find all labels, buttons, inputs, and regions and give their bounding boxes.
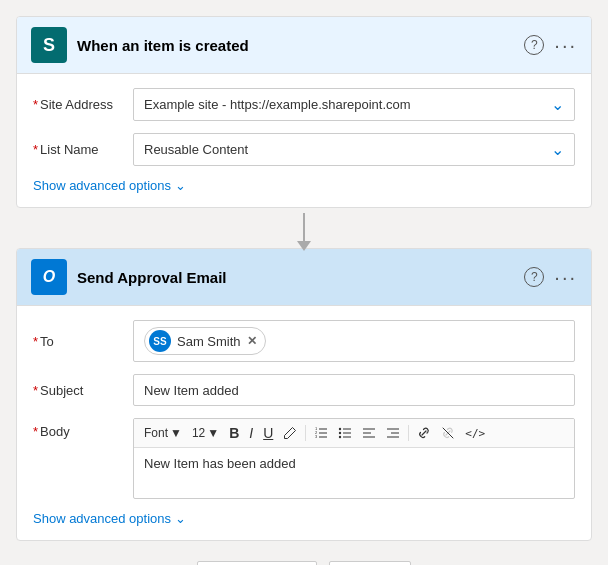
list-name-input[interactable]: Reusable Content ⌄ (133, 133, 575, 166)
font-size-chevron-icon: ▼ (207, 426, 219, 440)
trigger-card-body: *Site Address Example site - https://exa… (17, 74, 591, 207)
action-card-header: O Send Approval Email ? ··· (17, 249, 591, 306)
align-right-icon (386, 426, 400, 440)
trigger-show-advanced-button[interactable]: Show advanced options ⌄ (33, 178, 186, 193)
ordered-list-button[interactable]: 1 2 3 (310, 424, 332, 442)
align-left-button[interactable] (358, 424, 380, 442)
font-dropdown[interactable]: Font ▼ (140, 424, 186, 442)
remove-tag-button[interactable]: ✕ (247, 334, 257, 348)
subject-label: *Subject (33, 383, 123, 398)
editor-toolbar: Font ▼ 12 ▼ B I U (134, 419, 574, 448)
show-advanced-chevron-icon: ⌄ (175, 178, 186, 193)
to-input[interactable]: SS Sam Smith ✕ (133, 320, 575, 362)
sam-smith-avatar: SS (149, 330, 171, 352)
underline-button[interactable]: U (259, 423, 277, 443)
code-button[interactable]: </> (461, 425, 489, 442)
site-address-input[interactable]: Example site - https://example.sharepoin… (133, 88, 575, 121)
link-button[interactable] (413, 424, 435, 442)
to-tag: SS Sam Smith ✕ (144, 327, 266, 355)
sam-smith-name: Sam Smith (177, 334, 241, 349)
sharepoint-icon: S (31, 27, 67, 63)
unlink-button[interactable] (437, 424, 459, 442)
toolbar-divider-2 (408, 425, 409, 441)
bottom-actions: + New step Save (197, 561, 411, 565)
site-address-chevron: ⌄ (551, 95, 564, 114)
link-icon (417, 426, 431, 440)
trigger-card: S When an item is created ? ··· *Site Ad… (16, 16, 592, 208)
save-button[interactable]: Save (329, 561, 411, 565)
site-address-label: *Site Address (33, 97, 123, 112)
body-row: *Body Font ▼ 12 ▼ B I U (33, 418, 575, 499)
svg-point-8 (339, 436, 341, 438)
font-chevron-icon: ▼ (170, 426, 182, 440)
align-right-button[interactable] (382, 424, 404, 442)
list-name-row: *List Name Reusable Content ⌄ (33, 133, 575, 166)
svg-point-6 (339, 428, 341, 430)
action-show-advanced-button[interactable]: Show advanced options ⌄ (33, 511, 186, 526)
trigger-help-icon[interactable]: ? (524, 35, 544, 55)
svg-point-7 (339, 432, 341, 434)
subject-row: *Subject New Item added (33, 374, 575, 406)
new-step-button[interactable]: + New step (197, 561, 317, 565)
subject-input[interactable]: New Item added (133, 374, 575, 406)
italic-button[interactable]: I (245, 423, 257, 443)
toolbar-divider-1 (305, 425, 306, 441)
trigger-card-actions: ? ··· (524, 34, 577, 57)
list-name-label: *List Name (33, 142, 123, 157)
unlink-icon (441, 426, 455, 440)
unordered-list-button[interactable] (334, 424, 356, 442)
to-row: *To SS Sam Smith ✕ (33, 320, 575, 362)
outlook-icon: O (31, 259, 67, 295)
flow-container: S When an item is created ? ··· *Site Ad… (16, 16, 592, 565)
action-help-icon[interactable]: ? (524, 267, 544, 287)
font-size-dropdown[interactable]: 12 ▼ (188, 424, 223, 442)
action-card-title: Send Approval Email (77, 269, 514, 286)
arrow-down-icon (303, 213, 305, 243)
list-name-chevron: ⌄ (551, 140, 564, 159)
flow-connector (303, 208, 305, 248)
body-editor[interactable]: Font ▼ 12 ▼ B I U (133, 418, 575, 499)
pen-button[interactable] (279, 424, 301, 442)
trigger-card-title: When an item is created (77, 37, 514, 54)
trigger-more-icon[interactable]: ··· (554, 34, 577, 57)
trigger-card-header: S When an item is created ? ··· (17, 17, 591, 74)
pen-icon (283, 426, 297, 440)
action-card-body: *To SS Sam Smith ✕ *Subject New Item add… (17, 306, 591, 540)
unordered-list-icon (338, 426, 352, 440)
action-show-advanced-chevron-icon: ⌄ (175, 511, 186, 526)
body-label: *Body (33, 418, 123, 439)
svg-text:3: 3 (315, 434, 318, 439)
action-card: O Send Approval Email ? ··· *To SS Sam S… (16, 248, 592, 541)
align-left-icon (362, 426, 376, 440)
body-content[interactable]: New Item has been added (134, 448, 574, 498)
ordered-list-icon: 1 2 3 (314, 426, 328, 440)
bold-button[interactable]: B (225, 423, 243, 443)
action-card-actions: ? ··· (524, 266, 577, 289)
site-address-row: *Site Address Example site - https://exa… (33, 88, 575, 121)
to-label: *To (33, 334, 123, 349)
action-more-icon[interactable]: ··· (554, 266, 577, 289)
